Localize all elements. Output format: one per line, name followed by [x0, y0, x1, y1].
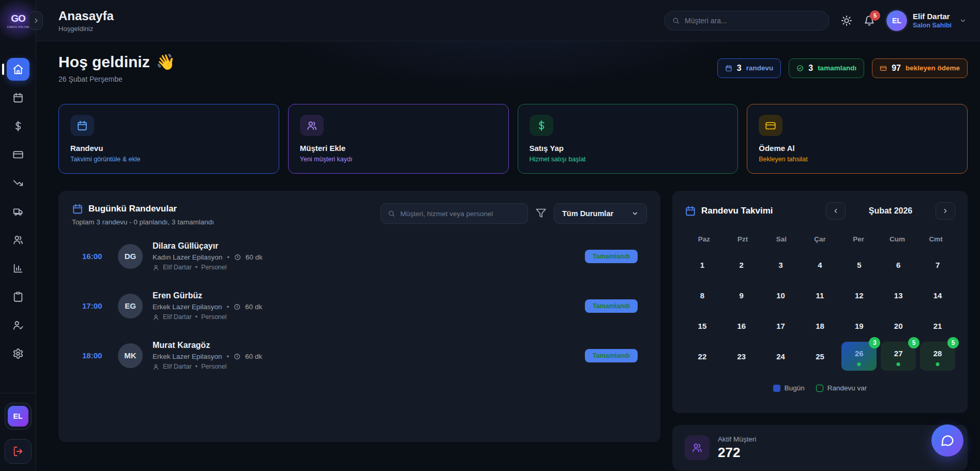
- appointments-list: 16:00 DG Dilara Güllüçayır Kadın Lazer E…: [72, 241, 647, 370]
- avatar: MK: [118, 343, 143, 368]
- calendar-day[interactable]: 5: [841, 250, 877, 279]
- customer-search-input[interactable]: [685, 17, 821, 25]
- day-number: 6: [896, 261, 900, 269]
- calendar-day[interactable]: 13: [881, 281, 916, 310]
- day-number: 16: [737, 322, 746, 330]
- appointment-time: 18:00: [82, 351, 108, 360]
- calendar-day[interactable]: 7: [920, 250, 955, 279]
- calendar-day[interactable]: 4: [803, 250, 838, 279]
- status-filter-dropdown[interactable]: Tüm Durumlar: [554, 203, 647, 224]
- calendar-day[interactable]: 24: [763, 342, 798, 371]
- calendar-day[interactable]: 23: [724, 342, 759, 371]
- calendar-day[interactable]: 15: [685, 311, 720, 340]
- sidebar-item-suppliers[interactable]: [7, 200, 29, 223]
- appointment-dot: [936, 362, 940, 366]
- stat-pending-payments[interactable]: 97 bekleyen ödeme: [872, 58, 968, 78]
- action-card-appointment[interactable]: Randevu Takvimi görüntüle & ekle: [58, 104, 279, 174]
- calendar-day[interactable]: 21: [920, 311, 955, 340]
- service-line: Erkek Lazer Epilasyon • 60 dk: [153, 303, 575, 311]
- sidebar-item-expenses[interactable]: [7, 172, 29, 194]
- stat-appointments[interactable]: 3 randevu: [717, 58, 781, 78]
- service-line: Erkek Lazer Epilasyon • 60 dk: [153, 353, 575, 360]
- action-icon-box: [530, 115, 553, 136]
- appointments-search[interactable]: [381, 203, 528, 224]
- calendar-day[interactable]: 8: [685, 281, 720, 310]
- clock-icon: [234, 254, 241, 261]
- chevron-down-icon: [959, 17, 967, 24]
- status-badge: Tamamlandı: [585, 299, 638, 313]
- calendar-day[interactable]: 285: [920, 342, 955, 371]
- theme-toggle-button[interactable]: [841, 15, 852, 26]
- calendar-day[interactable]: 17: [763, 311, 798, 340]
- sidebar-item-calendar[interactable]: [7, 86, 29, 109]
- prev-month-button[interactable]: [826, 202, 846, 220]
- sidebar-user-button[interactable]: EL: [5, 403, 32, 430]
- app-root: GO CEBAS ONLINE: [0, 0, 980, 471]
- calendar-day[interactable]: 25: [803, 342, 838, 371]
- calendar-day[interactable]: 2: [724, 250, 759, 279]
- action-card-make-sale[interactable]: Satış Yap Hizmet satışı başlat: [518, 104, 738, 174]
- sidebar-item-reports[interactable]: [7, 257, 29, 280]
- calendar-day[interactable]: 6: [881, 250, 916, 279]
- calendar-month-label: Şubat 2026: [869, 206, 912, 216]
- appointment-row[interactable]: 17:00 EG Eren Gürbüz Erkek Lazer Epilasy…: [72, 291, 647, 321]
- legend-has-appointment: Randevu var: [816, 384, 867, 392]
- calendar-day[interactable]: 3: [763, 250, 798, 279]
- notification-badge: 5: [870, 10, 880, 21]
- action-icon-box: [759, 115, 782, 136]
- welcome-block: Hoş geldiniz 👋 26 Şubat Perşembe: [58, 53, 175, 83]
- user-menu[interactable]: EL Elif Dartar Salon Sahibi: [886, 10, 967, 31]
- day-number: 7: [936, 261, 940, 269]
- stat-completed[interactable]: 3 tamamlandı: [789, 58, 864, 78]
- calendar-day[interactable]: 16: [724, 311, 759, 340]
- action-card-take-payment[interactable]: Ödeme Al Bekleyen tahsilat: [747, 104, 968, 174]
- sidebar-collapse-button[interactable]: [29, 11, 43, 30]
- chat-fab-button[interactable]: [931, 424, 963, 457]
- calendar-day[interactable]: 18: [803, 311, 838, 340]
- separator: •: [195, 264, 198, 271]
- next-month-button[interactable]: [936, 202, 955, 220]
- appointment-dot: [897, 362, 900, 366]
- sidebar-item-services[interactable]: [7, 285, 29, 308]
- appointment-time: 16:00: [82, 252, 108, 261]
- chevron-right-icon: [33, 17, 40, 24]
- calendar-day[interactable]: 12: [841, 281, 877, 310]
- chevron-left-icon: [832, 207, 839, 215]
- sidebar-item-payments[interactable]: [7, 143, 29, 166]
- action-card-add-customer[interactable]: Müşteri Ekle Yeni müşteri kaydı: [288, 104, 509, 174]
- funnel-icon: [535, 207, 547, 219]
- appointment-row[interactable]: 18:00 MK Murat Karagöz Erkek Lazer Epila…: [72, 341, 647, 370]
- calendar-day[interactable]: 1: [685, 250, 720, 279]
- sidebar-item-sales[interactable]: [7, 115, 29, 138]
- todays-appointments-panel: Bugünkü Randevular Toplam 3 randevu - 0 …: [58, 191, 660, 442]
- calendar-day[interactable]: 263: [841, 342, 877, 371]
- home-icon: [12, 64, 24, 75]
- notifications-button[interactable]: 5: [864, 15, 875, 26]
- calendar-day[interactable]: 22: [685, 342, 720, 371]
- day-number: 17: [776, 322, 785, 330]
- calendar-day[interactable]: 9: [724, 281, 759, 310]
- appointments-search-input[interactable]: [400, 210, 521, 218]
- calendar-day[interactable]: 10: [763, 281, 798, 310]
- action-icon-box: [300, 115, 324, 136]
- calendar-day[interactable]: 14: [920, 281, 955, 310]
- sidebar-item-home[interactable]: [7, 58, 29, 81]
- calendar-day[interactable]: 275: [881, 342, 916, 371]
- sidebar-item-staff[interactable]: [7, 314, 29, 337]
- appointment-count-badge: 3: [869, 337, 880, 348]
- day-number: 22: [698, 352, 707, 361]
- action-subtitle: Bekleyen tahsilat: [759, 156, 956, 163]
- appointment-row[interactable]: 16:00 DG Dilara Güllüçayır Kadın Lazer E…: [72, 241, 647, 271]
- sidebar-item-customers[interactable]: [7, 229, 29, 251]
- calendar-day[interactable]: 11: [803, 281, 838, 310]
- duration: 60 dk: [245, 303, 262, 311]
- calendar-day[interactable]: 20: [881, 311, 916, 340]
- chevron-right-icon: [942, 207, 949, 215]
- logout-button[interactable]: [5, 439, 32, 464]
- calendar-grid: 1234567891011121314151617181920212223242…: [685, 250, 955, 371]
- sidebar-item-settings[interactable]: [7, 342, 29, 365]
- staff-name: Elif Dartar: [163, 313, 192, 321]
- filter-button[interactable]: [535, 207, 547, 220]
- calendar-day[interactable]: 19: [841, 311, 877, 340]
- customer-search[interactable]: [664, 11, 830, 31]
